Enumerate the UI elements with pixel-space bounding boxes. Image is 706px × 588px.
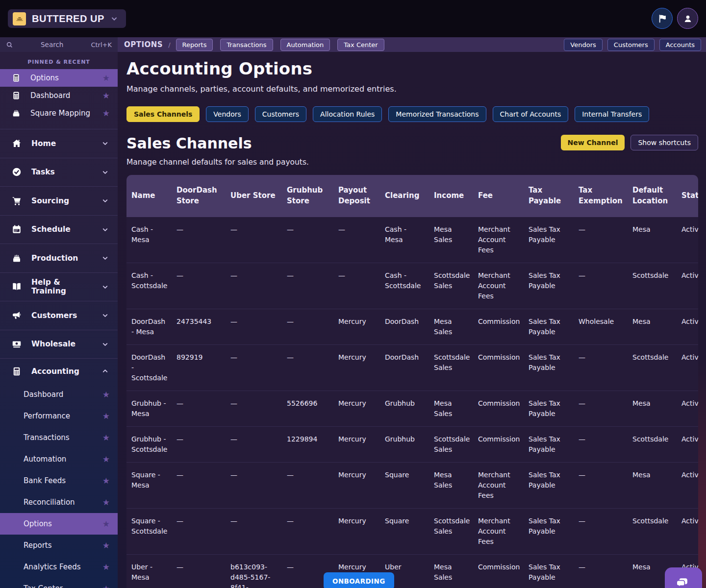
column-header-tax-exemption[interactable]: Tax Exemption: [574, 175, 628, 217]
table-cell: DoorDash - Scottsdale: [126, 345, 172, 391]
pinned-item-label: Dashboard: [30, 91, 94, 100]
star-icon[interactable]: ★: [102, 92, 110, 100]
column-header-income[interactable]: Income: [429, 175, 473, 217]
star-icon[interactable]: ★: [102, 497, 110, 507]
star-icon[interactable]: ★: [102, 540, 110, 550]
table-row-square-mesa[interactable]: Square - Mesa———MercurySquareMesa SalesM…: [126, 462, 698, 508]
filter-tab-internal-transfers[interactable]: Internal Transfers: [575, 106, 649, 122]
star-icon[interactable]: ★: [102, 390, 110, 399]
sidebar-item-options[interactable]: Options★: [0, 513, 118, 535]
nav-tab-transactions[interactable]: Transactions: [220, 39, 273, 51]
sidebar-item-tax-center[interactable]: Tax Center★: [0, 578, 118, 588]
table-cell: Active: [677, 263, 698, 309]
table-cell: —: [172, 391, 226, 426]
table-cell: —: [226, 263, 282, 309]
nav-tab-accounts[interactable]: Accounts: [659, 39, 701, 51]
star-icon[interactable]: ★: [102, 411, 110, 421]
sidebar-section-schedule[interactable]: Schedule: [0, 215, 118, 244]
sidebar-item-label: Reports: [24, 541, 102, 550]
table-cell: —: [333, 217, 380, 263]
sidebar-item-transactions[interactable]: Transactions★: [0, 427, 118, 448]
nav-tab-tax-center[interactable]: Tax Center: [337, 39, 384, 51]
pinned-item-dashboard[interactable]: Dashboard★: [0, 87, 118, 104]
star-icon[interactable]: ★: [102, 476, 110, 486]
table-row-doordash-mesa[interactable]: DoorDash - Mesa24735443——MercuryDoorDash…: [126, 309, 698, 344]
search-input[interactable]: Search Ctrl+K: [0, 37, 118, 52]
filter-tab-customers[interactable]: Customers: [255, 106, 306, 122]
sidebar-section-customers[interactable]: Customers: [0, 301, 118, 330]
column-header-uber-store[interactable]: Uber Store: [226, 175, 282, 217]
sidebar-item-label: Performance: [24, 412, 102, 420]
show-shortcuts-button[interactable]: Show shortcuts: [630, 135, 698, 150]
star-icon[interactable]: ★: [102, 433, 110, 442]
column-header-tax-payable[interactable]: Tax Payable: [524, 175, 574, 217]
sidebar-item-label: Options: [24, 519, 102, 528]
sidebar-item-label: Dashboard: [24, 390, 102, 399]
chev-down-icon: [101, 169, 109, 176]
table-cell: —: [226, 509, 282, 554]
table-row-grubhub-scottsdale[interactable]: Grubhub - Scottsdale——1229894MercuryGrub…: [126, 426, 698, 462]
pinned-item-options[interactable]: Options★: [0, 69, 118, 87]
star-icon[interactable]: ★: [102, 519, 110, 529]
nav-tab-automation[interactable]: Automation: [280, 39, 330, 51]
sales-channels-table: NameDoorDash StoreUber StoreGrubhub Stor…: [126, 175, 698, 588]
column-header-default-location[interactable]: Default Location: [628, 175, 677, 217]
new-channel-button[interactable]: New Channel: [561, 135, 625, 150]
star-icon[interactable]: ★: [102, 74, 110, 82]
sidebar-section-accounting[interactable]: Accounting: [0, 358, 118, 384]
table-row-cash-mesa[interactable]: Cash - Mesa————Cash - MesaMesa SalesMerc…: [126, 217, 698, 263]
filter-tab-allocation-rules[interactable]: Allocation Rules: [313, 106, 382, 122]
star-icon[interactable]: ★: [102, 109, 110, 118]
sidebar-section-home[interactable]: Home: [0, 129, 118, 158]
table-row-square-scottsdale[interactable]: Square - Scottsdale———MercurySquareScott…: [126, 508, 698, 554]
nav-tab-customers[interactable]: Customers: [607, 39, 655, 51]
table-row-grubhub-mesa[interactable]: Grubhub - Mesa——5526696MercuryGrubhubMes…: [126, 391, 698, 426]
column-header-status[interactable]: Status: [677, 175, 698, 217]
check-circle-icon: [11, 167, 23, 177]
column-header-name[interactable]: Name: [126, 175, 172, 217]
workspace-switcher[interactable]: BUTTERED UP: [8, 9, 126, 28]
filter-tab-memorized-transactions[interactable]: Memorized Transactions: [388, 106, 486, 122]
sidebar-section-help-training[interactable]: Help & Training: [0, 272, 118, 301]
table-cell: Active: [677, 345, 698, 391]
column-header-grubhub-store[interactable]: Grubhub Store: [282, 175, 333, 217]
star-icon[interactable]: ★: [102, 584, 110, 588]
star-icon[interactable]: ★: [102, 454, 110, 464]
star-icon[interactable]: ★: [102, 562, 110, 572]
feature-flags-button[interactable]: [652, 8, 673, 29]
sidebar-item-reports[interactable]: Reports★: [0, 535, 118, 556]
main-content: Accounting Options Manage channels, part…: [118, 52, 706, 588]
nav-tab-vendors[interactable]: Vendors: [564, 39, 602, 51]
nav-tab-reports[interactable]: Reports: [176, 39, 213, 51]
sidebar-item-automation[interactable]: Automation★: [0, 448, 118, 470]
filter-tab-chart-of-accounts[interactable]: Chart of Accounts: [493, 106, 569, 122]
table-row-doordash-scottsdale[interactable]: DoorDash - Scottsdale892919——MercuryDoor…: [126, 344, 698, 391]
chat-widget-button[interactable]: [665, 567, 702, 588]
pinned-item-square-mapping[interactable]: Square Mapping★: [0, 104, 118, 122]
table-header-row: NameDoorDash StoreUber StoreGrubhub Stor…: [126, 175, 698, 217]
sidebar-item-bank-feeds[interactable]: Bank Feeds★: [0, 470, 118, 491]
onboarding-button[interactable]: ONBOARDING: [324, 572, 394, 588]
sidebar-item-analytics-feeds[interactable]: Analytics Feeds★: [0, 556, 118, 578]
column-header-clearing[interactable]: Clearing: [380, 175, 429, 217]
nav-bar: Search Ctrl+K OPTIONS / ReportsTransacti…: [0, 37, 706, 52]
sidebar-section-tasks[interactable]: Tasks: [0, 158, 118, 187]
sidebar-section-sourcing[interactable]: Sourcing: [0, 186, 118, 215]
sidebar-item-label: Transactions: [24, 433, 102, 442]
table-cell: —: [574, 509, 628, 554]
filter-tab-sales-channels[interactable]: Sales Channels: [126, 106, 200, 122]
sidebar-section-production[interactable]: Production: [0, 244, 118, 272]
sidebar-item-performance[interactable]: Performance★: [0, 405, 118, 427]
column-header-fee[interactable]: Fee: [473, 175, 524, 217]
table-cell: —: [226, 391, 282, 426]
sidebar-item-reconciliation[interactable]: Reconciliation★: [0, 491, 118, 513]
table-row-cash-scottsdale[interactable]: Cash - Scottsdale————Cash - ScottsdaleSc…: [126, 263, 698, 309]
column-header-payout-deposit[interactable]: Payout Deposit: [333, 175, 380, 217]
sidebar-section-wholesale[interactable]: Wholesale: [0, 330, 118, 359]
account-menu-button[interactable]: [677, 8, 698, 29]
filter-tab-vendors[interactable]: Vendors: [206, 106, 248, 122]
table-row-uber-mesa[interactable]: Uber - Mesa—b613c093-d485-5167-8f41-—Mer…: [126, 554, 698, 588]
table-cell: Sales Tax Payable: [524, 263, 574, 309]
column-header-doordash-store[interactable]: DoorDash Store: [172, 175, 226, 217]
sidebar-item-dashboard[interactable]: Dashboard★: [0, 384, 118, 405]
